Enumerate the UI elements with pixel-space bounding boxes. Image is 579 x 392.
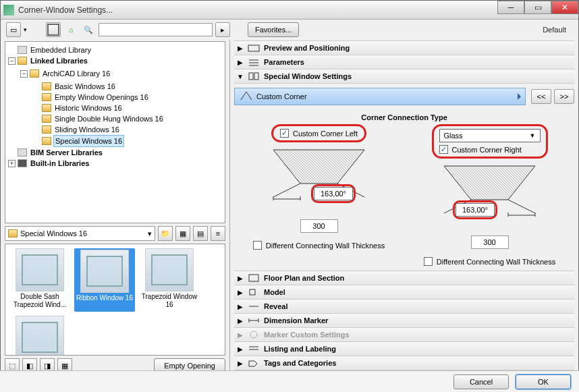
svg-point-23 [250, 331, 257, 338]
thumbnail-item[interactable]: Trapezoid Window 16 [139, 248, 200, 312]
window-title: Corner-Window Settings... [18, 5, 113, 15]
tree-item[interactable]: Historic Windows 16 [53, 103, 123, 113]
glass-dropdown[interactable]: Glass ▼ [439, 129, 541, 142]
chevron-down-icon: ▼ [237, 73, 244, 80]
angle-input-left[interactable]: 163,00° [314, 187, 353, 200]
section-model[interactable]: ▶Model [234, 285, 574, 300]
view-small-icon[interactable]: ▤ [193, 226, 208, 241]
section-parameters[interactable]: ▶ Parameters [234, 55, 574, 69]
checkbox-left[interactable]: ✓ [280, 129, 289, 138]
dimension-input-right[interactable] [471, 235, 509, 249]
section-floorplan[interactable]: ▶Floor Plan and Section [234, 271, 574, 285]
tree-item[interactable]: Sliding Windows 16 [53, 124, 121, 135]
tree-item[interactable]: Single Double Hung Windows 16 [53, 113, 165, 124]
server-icon [18, 148, 27, 157]
next-page-button[interactable]: >> [554, 89, 574, 104]
tree-archicad[interactable]: ArchiCAD Library 16 [41, 68, 111, 79]
section-preview[interactable]: ▶ Preview and Positioning [234, 40, 574, 55]
ok-button[interactable]: OK [516, 374, 571, 389]
library-icon [18, 46, 27, 54]
tree-item[interactable]: Basic Windows 16 [53, 81, 117, 92]
expander-icon[interactable]: − [8, 57, 16, 65]
thumbnail-grid: Double Sash Trapezoid Wind... Ribbon Win… [5, 244, 225, 356]
app-icon [3, 5, 14, 16]
browser-folder-label: Special Windows 16 [20, 229, 87, 237]
maximize-button[interactable]: ▭ [524, 1, 551, 14]
view-large-icon[interactable]: ▦ [175, 226, 190, 241]
wall-thk-label-right: Different Connecting Wall Thickness [437, 258, 556, 266]
checkbox-right[interactable]: ✓ [439, 145, 448, 154]
dialog-footer: Cancel OK [0, 370, 579, 392]
thumbnail-item[interactable]: Vent Window 16 [9, 316, 70, 356]
corner-diagram-left: 163,00° [270, 146, 368, 200]
corner-diagram-right: 163,00° [441, 163, 539, 217]
filter-b-icon[interactable]: ⌂ [63, 22, 78, 37]
tree-item[interactable]: Empty Window Openings 16 [53, 92, 150, 103]
folder-icon [30, 69, 39, 78]
custom-corner-tab[interactable]: Custom Corner [234, 88, 526, 105]
floorplan-icon [248, 273, 260, 283]
dropdown-caret-icon: ▾ [148, 229, 152, 238]
filter-a-icon[interactable] [46, 22, 61, 37]
corner-icon [240, 90, 252, 103]
dim-icon [248, 316, 260, 325]
folder-icon [42, 82, 51, 90]
default-label[interactable]: Default [543, 26, 566, 34]
tree-item-selected[interactable]: Special Windows 16 [53, 135, 124, 147]
close-button[interactable]: ✕ [551, 1, 578, 14]
special-icon [248, 72, 260, 81]
dropdown-caret-icon: ▼ [530, 132, 536, 139]
highlight-angle-left: 163,00° [311, 184, 356, 203]
view-list-icon[interactable]: ≡ [211, 226, 225, 241]
thumbnail-item[interactable]: Double Sash Trapezoid Wind... [9, 248, 70, 312]
tags-icon [248, 358, 260, 368]
custom-corner-right-label: Custom Corner Right [452, 146, 522, 154]
expander-icon[interactable]: − [20, 70, 28, 78]
section-dimmarker[interactable]: ▶Dimension Marker [234, 313, 574, 328]
dimension-input-left[interactable] [300, 219, 338, 233]
tree-embedded[interactable]: Embedded Library [29, 45, 92, 55]
builtin-icon [18, 159, 27, 167]
search-input[interactable] [99, 23, 213, 36]
reveal-icon [248, 302, 260, 311]
svg-rect-0 [48, 24, 59, 35]
dropdown-caret-icon[interactable]: ▾ [24, 26, 27, 33]
tree-bim[interactable]: BIM Server Libraries [29, 147, 104, 158]
tree-linked[interactable]: Linked Libraries [29, 55, 89, 66]
section-tags[interactable]: ▶Tags and Categories [234, 356, 574, 370]
marker-icon [248, 330, 260, 339]
model-icon [248, 287, 260, 297]
minimize-button[interactable]: ─ [497, 1, 524, 14]
thumbnail-item-selected[interactable]: Ribbon Window 16 [74, 248, 135, 312]
view-mode-icon[interactable]: ▭ [6, 22, 21, 37]
svg-rect-18 [250, 289, 255, 295]
library-tree[interactable]: Embedded Library − Linked Libraries − Ar… [5, 41, 225, 223]
tree-builtin[interactable]: Built-in Libraries [29, 158, 90, 169]
expander-icon[interactable]: + [8, 160, 16, 167]
tab-arrow-icon [518, 93, 521, 100]
svg-line-13 [508, 200, 535, 213]
favorites-button[interactable]: Favorites... [248, 22, 299, 37]
folder-icon [8, 229, 18, 237]
angle-input-right[interactable]: 163,00° [456, 203, 495, 217]
svg-rect-1 [248, 45, 259, 51]
highlight-left: ✓ Custom Corner Left [271, 124, 366, 142]
checkbox-wall-thk-right[interactable]: ✓ [424, 257, 433, 266]
section-special[interactable]: ▼ Special Window Settings [234, 69, 574, 84]
svg-line-7 [273, 184, 300, 197]
search-go-icon[interactable]: ▸ [215, 22, 230, 37]
svg-rect-6 [254, 73, 258, 80]
folder-icon [18, 57, 27, 65]
up-folder-icon[interactable]: 📁 [158, 226, 173, 241]
checkbox-wall-thk-left[interactable]: ✓ [253, 241, 262, 250]
folder-icon [42, 115, 51, 123]
corner-connection-header: Corner Connection Type [234, 113, 574, 121]
cancel-button[interactable]: Cancel [453, 374, 509, 389]
section-reveal[interactable]: ▶Reveal [234, 299, 574, 314]
folder-icon [42, 93, 51, 101]
search-icon[interactable]: 🔍 [81, 22, 96, 37]
prev-page-button[interactable]: << [531, 89, 551, 104]
browser-folder-dropdown[interactable]: Special Windows 16 ▾ [5, 226, 155, 241]
section-listing[interactable]: ▶Listing and Labeling [234, 341, 574, 356]
listing-icon [248, 344, 260, 354]
